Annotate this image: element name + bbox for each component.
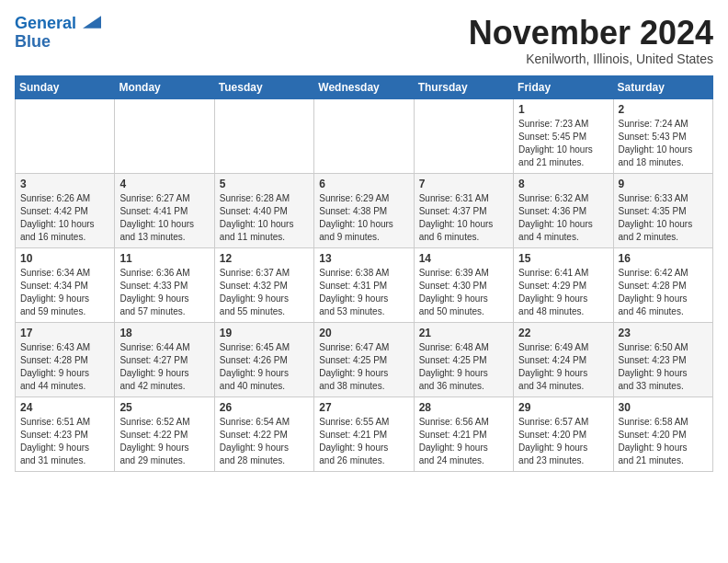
day-cell: 18Sunrise: 6:44 AM Sunset: 4:27 PM Dayli… bbox=[115, 322, 214, 396]
day-cell: 19Sunrise: 6:45 AM Sunset: 4:26 PM Dayli… bbox=[214, 322, 313, 396]
day-cell: 26Sunrise: 6:54 AM Sunset: 4:22 PM Dayli… bbox=[214, 396, 313, 471]
day-cell: 17Sunrise: 6:43 AM Sunset: 4:28 PM Dayli… bbox=[16, 322, 115, 396]
day-info: Sunrise: 6:39 AM Sunset: 4:30 PM Dayligh… bbox=[419, 267, 508, 318]
day-info: Sunrise: 6:47 AM Sunset: 4:25 PM Dayligh… bbox=[319, 341, 408, 393]
day-cell: 7Sunrise: 6:31 AM Sunset: 4:37 PM Daylig… bbox=[414, 173, 513, 247]
day-number: 10 bbox=[20, 252, 109, 265]
day-number: 17 bbox=[20, 327, 109, 339]
day-info: Sunrise: 6:56 AM Sunset: 4:21 PM Dayligh… bbox=[419, 416, 508, 467]
day-number: 22 bbox=[518, 327, 608, 339]
day-cell bbox=[115, 98, 214, 173]
day-cell: 28Sunrise: 6:56 AM Sunset: 4:21 PM Dayli… bbox=[414, 396, 513, 471]
day-info: Sunrise: 7:24 AM Sunset: 5:43 PM Dayligh… bbox=[619, 118, 708, 169]
day-cell: 30Sunrise: 6:58 AM Sunset: 4:20 PM Dayli… bbox=[613, 396, 712, 471]
col-wednesday: Wednesday bbox=[314, 75, 414, 98]
day-cell bbox=[16, 98, 115, 173]
day-info: Sunrise: 6:27 AM Sunset: 4:41 PM Dayligh… bbox=[119, 192, 209, 244]
day-info: Sunrise: 6:58 AM Sunset: 4:20 PM Dayligh… bbox=[619, 416, 708, 467]
day-number: 29 bbox=[518, 401, 608, 414]
day-number: 8 bbox=[518, 178, 608, 190]
day-cell bbox=[414, 98, 513, 173]
day-cell: 21Sunrise: 6:48 AM Sunset: 4:25 PM Dayli… bbox=[414, 322, 513, 396]
day-cell: 13Sunrise: 6:38 AM Sunset: 4:31 PM Dayli… bbox=[314, 247, 414, 322]
day-number: 14 bbox=[419, 252, 508, 265]
day-cell: 27Sunrise: 6:55 AM Sunset: 4:21 PM Dayli… bbox=[314, 396, 414, 471]
week-row-2: 3Sunrise: 6:26 AM Sunset: 4:42 PM Daylig… bbox=[16, 173, 713, 247]
day-info: Sunrise: 6:49 AM Sunset: 4:24 PM Dayligh… bbox=[518, 341, 608, 393]
day-cell: 29Sunrise: 6:57 AM Sunset: 4:20 PM Dayli… bbox=[514, 396, 613, 471]
day-number: 1 bbox=[518, 103, 608, 116]
day-cell: 23Sunrise: 6:50 AM Sunset: 4:23 PM Dayli… bbox=[613, 322, 712, 396]
day-number: 4 bbox=[119, 178, 209, 190]
day-info: Sunrise: 6:31 AM Sunset: 4:37 PM Dayligh… bbox=[419, 192, 508, 244]
title-area: November 2024 Kenilworth, Illinois, Unit… bbox=[469, 15, 713, 66]
week-row-3: 10Sunrise: 6:34 AM Sunset: 4:34 PM Dayli… bbox=[16, 247, 713, 322]
day-cell: 16Sunrise: 6:42 AM Sunset: 4:28 PM Dayli… bbox=[613, 247, 712, 322]
day-info: Sunrise: 6:55 AM Sunset: 4:21 PM Dayligh… bbox=[319, 416, 408, 467]
day-info: Sunrise: 6:28 AM Sunset: 4:40 PM Dayligh… bbox=[220, 192, 309, 244]
day-cell: 22Sunrise: 6:49 AM Sunset: 4:24 PM Dayli… bbox=[514, 322, 613, 396]
day-number: 15 bbox=[518, 252, 608, 265]
day-number: 9 bbox=[619, 178, 708, 190]
day-number: 26 bbox=[220, 401, 309, 414]
day-number: 21 bbox=[419, 327, 508, 339]
day-info: Sunrise: 6:42 AM Sunset: 4:28 PM Dayligh… bbox=[619, 267, 708, 318]
day-number: 3 bbox=[20, 178, 109, 190]
day-number: 11 bbox=[119, 252, 209, 265]
day-number: 30 bbox=[619, 401, 708, 414]
day-info: Sunrise: 6:50 AM Sunset: 4:23 PM Dayligh… bbox=[619, 341, 708, 393]
logo: General Blue bbox=[15, 15, 101, 52]
day-number: 28 bbox=[419, 401, 508, 414]
day-number: 12 bbox=[220, 252, 309, 265]
day-info: Sunrise: 6:43 AM Sunset: 4:28 PM Dayligh… bbox=[20, 341, 109, 393]
day-number: 23 bbox=[619, 327, 708, 339]
day-info: Sunrise: 6:52 AM Sunset: 4:22 PM Dayligh… bbox=[119, 416, 209, 467]
day-info: Sunrise: 6:32 AM Sunset: 4:36 PM Dayligh… bbox=[518, 192, 608, 244]
day-info: Sunrise: 6:29 AM Sunset: 4:38 PM Dayligh… bbox=[319, 192, 408, 244]
day-info: Sunrise: 6:38 AM Sunset: 4:31 PM Dayligh… bbox=[319, 267, 408, 318]
day-info: Sunrise: 6:33 AM Sunset: 4:35 PM Dayligh… bbox=[619, 192, 708, 244]
day-cell bbox=[314, 98, 414, 173]
day-info: Sunrise: 6:57 AM Sunset: 4:20 PM Dayligh… bbox=[518, 416, 608, 467]
day-info: Sunrise: 6:37 AM Sunset: 4:32 PM Dayligh… bbox=[220, 267, 309, 318]
day-cell: 1Sunrise: 7:23 AM Sunset: 5:45 PM Daylig… bbox=[514, 98, 613, 173]
day-number: 25 bbox=[119, 401, 209, 414]
day-cell: 24Sunrise: 6:51 AM Sunset: 4:23 PM Dayli… bbox=[16, 396, 115, 471]
col-tuesday: Tuesday bbox=[214, 75, 313, 98]
page-header: General Blue November 2024 Kenilworth, I… bbox=[15, 15, 713, 66]
day-info: Sunrise: 6:41 AM Sunset: 4:29 PM Dayligh… bbox=[518, 267, 608, 318]
day-cell: 8Sunrise: 6:32 AM Sunset: 4:36 PM Daylig… bbox=[514, 173, 613, 247]
day-cell: 2Sunrise: 7:24 AM Sunset: 5:43 PM Daylig… bbox=[613, 98, 712, 173]
day-number: 27 bbox=[319, 401, 408, 414]
day-number: 19 bbox=[220, 327, 309, 339]
day-cell: 9Sunrise: 6:33 AM Sunset: 4:35 PM Daylig… bbox=[613, 173, 712, 247]
header-row: Sunday Monday Tuesday Wednesday Thursday… bbox=[16, 75, 713, 98]
col-sunday: Sunday bbox=[16, 75, 115, 98]
day-info: Sunrise: 6:45 AM Sunset: 4:26 PM Dayligh… bbox=[220, 341, 309, 393]
day-cell: 3Sunrise: 6:26 AM Sunset: 4:42 PM Daylig… bbox=[16, 173, 115, 247]
day-number: 5 bbox=[220, 178, 309, 190]
day-cell: 14Sunrise: 6:39 AM Sunset: 4:30 PM Dayli… bbox=[414, 247, 513, 322]
day-info: Sunrise: 6:34 AM Sunset: 4:34 PM Dayligh… bbox=[20, 267, 109, 318]
logo-blue-text: Blue bbox=[15, 33, 51, 52]
day-info: Sunrise: 6:51 AM Sunset: 4:23 PM Dayligh… bbox=[20, 416, 109, 467]
day-number: 24 bbox=[20, 401, 109, 414]
day-cell: 15Sunrise: 6:41 AM Sunset: 4:29 PM Dayli… bbox=[514, 247, 613, 322]
day-cell: 4Sunrise: 6:27 AM Sunset: 4:41 PM Daylig… bbox=[115, 173, 214, 247]
logo-icon bbox=[83, 16, 101, 29]
day-info: Sunrise: 6:26 AM Sunset: 4:42 PM Dayligh… bbox=[20, 192, 109, 244]
calendar-table: Sunday Monday Tuesday Wednesday Thursday… bbox=[15, 75, 713, 472]
day-info: Sunrise: 7:23 AM Sunset: 5:45 PM Dayligh… bbox=[518, 118, 608, 169]
day-info: Sunrise: 6:54 AM Sunset: 4:22 PM Dayligh… bbox=[220, 416, 309, 467]
day-cell: 6Sunrise: 6:29 AM Sunset: 4:38 PM Daylig… bbox=[314, 173, 414, 247]
day-number: 7 bbox=[419, 178, 508, 190]
day-cell bbox=[214, 98, 313, 173]
week-row-4: 17Sunrise: 6:43 AM Sunset: 4:28 PM Dayli… bbox=[16, 322, 713, 396]
day-cell: 10Sunrise: 6:34 AM Sunset: 4:34 PM Dayli… bbox=[16, 247, 115, 322]
day-number: 20 bbox=[319, 327, 408, 339]
week-row-5: 24Sunrise: 6:51 AM Sunset: 4:23 PM Dayli… bbox=[16, 396, 713, 471]
svg-marker-0 bbox=[83, 16, 101, 28]
day-cell: 11Sunrise: 6:36 AM Sunset: 4:33 PM Dayli… bbox=[115, 247, 214, 322]
week-row-1: 1Sunrise: 7:23 AM Sunset: 5:45 PM Daylig… bbox=[16, 98, 713, 173]
day-info: Sunrise: 6:36 AM Sunset: 4:33 PM Dayligh… bbox=[119, 267, 209, 318]
